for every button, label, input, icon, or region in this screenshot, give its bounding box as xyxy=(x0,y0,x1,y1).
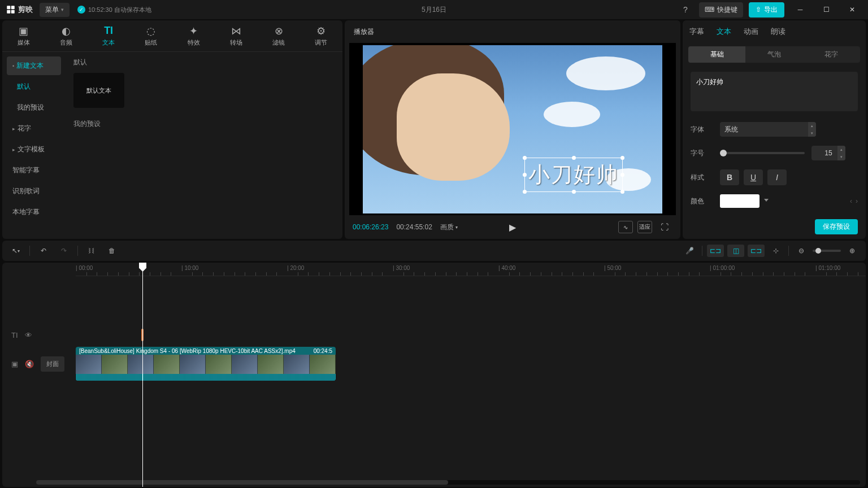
maximize-button[interactable]: ☐ xyxy=(816,2,836,18)
tab-filter[interactable]: ⊗滤镜 xyxy=(258,20,300,51)
effect-icon: ✦ xyxy=(189,25,198,37)
timeline[interactable]: | 00:00| 10:00| 20:00| 30:00| 40:00| 50:… xyxy=(2,263,866,487)
bold-button[interactable]: B xyxy=(720,169,739,185)
subtab-bubble[interactable]: 气泡 xyxy=(745,46,802,63)
export-button[interactable]: ⇧ 导出 xyxy=(749,2,784,18)
text-track: TI 👁 xyxy=(2,327,866,343)
sticker-icon: ◌ xyxy=(146,25,155,37)
text-icon: TI xyxy=(104,25,113,37)
timecode-current: 00:06:26:23 xyxy=(353,223,388,231)
player-panel: 播放器 小刀好帅 xyxy=(345,20,680,239)
fullscreen-icon[interactable]: ⛶ xyxy=(657,219,672,235)
video-clip[interactable]: [BeanSub&LoliHouse] Kingdom S4 - 06 [Web… xyxy=(76,347,336,381)
autosave-status: ✓ 10:52:30 自动保存本地 xyxy=(77,6,151,14)
sidebar-local-sub[interactable]: 本地字幕 xyxy=(7,203,61,221)
app-logo: 剪映 xyxy=(6,5,33,15)
magnet-2[interactable]: ◫ xyxy=(727,245,744,257)
select-tool[interactable]: ↖▾ xyxy=(8,243,24,259)
time-ruler[interactable]: | 00:00| 10:00| 20:00| 30:00| 40:00| 50:… xyxy=(76,263,866,276)
tab-audio[interactable]: ◐音频 xyxy=(45,20,87,51)
delete-button[interactable]: 🗑 xyxy=(104,243,120,259)
transition-icon: ⋈ xyxy=(231,25,241,37)
subtab-fancy[interactable]: 花字 xyxy=(803,46,860,63)
font-down[interactable]: ▾ xyxy=(808,129,816,137)
sidebar-template[interactable]: ▸文字模板 xyxy=(7,140,61,159)
size-up[interactable]: ▴ xyxy=(837,146,845,153)
mute-icon[interactable]: 🔇 xyxy=(25,360,34,368)
text-presets-area: 默认 默认文本 我的预设 xyxy=(66,52,342,239)
subtab-basic[interactable]: 基础 xyxy=(688,46,745,63)
redo-button[interactable]: ↷ xyxy=(56,243,72,259)
preview-viewport[interactable]: 小刀好帅 xyxy=(349,43,676,215)
zoom-slider[interactable] xyxy=(813,250,841,252)
tab-animation[interactable]: 动画 xyxy=(744,27,758,37)
mic-icon[interactable]: 🎤 xyxy=(682,243,697,259)
timecode-total: 00:24:55:02 xyxy=(396,223,432,231)
visibility-icon[interactable]: 👁 xyxy=(25,331,32,339)
shortcut-button[interactable]: ⌨ 快捷键 xyxy=(699,2,743,18)
tab-adjust[interactable]: ⚙调节 xyxy=(300,20,342,51)
link-icon[interactable]: ⊹ xyxy=(768,243,784,259)
size-input[interactable]: 15 ▴▾ xyxy=(811,146,845,160)
help-icon[interactable]: ? xyxy=(678,2,693,18)
project-title: 5月16日 xyxy=(422,5,446,15)
italic-button[interactable]: I xyxy=(767,169,787,185)
check-icon: ✓ xyxy=(77,6,85,14)
size-slider[interactable] xyxy=(720,152,805,154)
sidebar-fancy[interactable]: ▸花字 xyxy=(7,119,61,138)
svg-rect-0 xyxy=(7,6,10,9)
label-size: 字号 xyxy=(691,149,713,158)
close-button[interactable]: ✕ xyxy=(842,2,862,18)
zoom-in[interactable]: ⊕ xyxy=(844,243,860,259)
sidebar-default[interactable]: 默认 xyxy=(7,77,61,96)
fit-button[interactable]: 适应 xyxy=(637,221,652,233)
prev-icon[interactable]: ‹ xyxy=(850,197,852,205)
timeline-scrollbar[interactable] xyxy=(36,480,860,485)
tab-media[interactable]: ▣媒体 xyxy=(2,20,45,51)
text-track-icon: TI xyxy=(11,331,18,339)
magnet-3[interactable]: ⊏⊐ xyxy=(748,245,765,257)
asset-panel: ▣媒体 ◐音频 TI文本 ◌贴纸 ✦特效 ⋈转场 ⊗滤镜 ⚙调节 •新建文本 默… xyxy=(2,20,342,239)
play-button[interactable]: ▶ xyxy=(509,222,516,233)
section-my-presets: 我的预设 xyxy=(73,119,335,129)
tab-read[interactable]: 朗读 xyxy=(771,27,785,37)
text-overlay-box[interactable]: 小刀好帅 xyxy=(524,158,623,192)
tab-subtitle[interactable]: 字幕 xyxy=(689,27,704,37)
default-text-preset[interactable]: 默认文本 xyxy=(73,73,124,108)
underline-button[interactable]: U xyxy=(744,169,763,185)
menu-button[interactable]: 菜单 ▾ xyxy=(40,3,70,17)
sidebar-lyrics[interactable]: 识别歌词 xyxy=(7,182,61,201)
tab-transition[interactable]: ⋈转场 xyxy=(215,20,257,51)
sidebar-my-presets[interactable]: 我的预设 xyxy=(7,98,61,117)
font-up[interactable]: ▴ xyxy=(808,122,816,129)
playhead[interactable] xyxy=(142,263,143,487)
save-preset-button[interactable]: 保存预设 xyxy=(815,219,858,234)
timeline-toolbar: ↖▾ ↶ ↷ ⧘⧙ 🗑 🎤 ⊏⊐ ◫ ⊏⊐ ⊹ ⊖ ⊕ xyxy=(2,241,866,261)
video-track-icon[interactable]: ▣ xyxy=(11,360,18,368)
player-title: 播放器 xyxy=(345,20,680,43)
next-icon[interactable]: › xyxy=(856,197,858,205)
quality-select[interactable]: 画质▾ xyxy=(440,223,458,232)
zoom-out[interactable]: ⊖ xyxy=(793,243,809,259)
split-button[interactable]: ⧘⧙ xyxy=(84,243,99,259)
title-bar: 剪映 菜单 ▾ ✓ 10:52:30 自动保存本地 5月16日 ? ⌨ 快捷键 … xyxy=(0,0,868,19)
tab-text-prop[interactable]: 文本 xyxy=(717,27,731,37)
tab-sticker[interactable]: ◌贴纸 xyxy=(130,20,172,51)
label-font: 字体 xyxy=(691,125,713,134)
tab-effect[interactable]: ✦特效 xyxy=(172,20,215,51)
cover-button[interactable]: 封面 xyxy=(41,356,64,372)
text-content-input[interactable] xyxy=(691,72,858,111)
sidebar-smart-sub[interactable]: 智能字幕 xyxy=(7,161,61,180)
waveform-icon[interactable]: ∿ xyxy=(618,221,633,233)
tab-text[interactable]: TI文本 xyxy=(88,20,130,51)
minimize-button[interactable]: ─ xyxy=(790,2,810,18)
keyboard-icon: ⌨ xyxy=(705,6,714,14)
undo-button[interactable]: ↶ xyxy=(36,243,51,259)
font-select[interactable]: 系统 ▴▾ xyxy=(720,122,816,137)
sidebar-new-text[interactable]: •新建文本 xyxy=(7,56,61,75)
size-down[interactable]: ▾ xyxy=(837,153,845,160)
svg-rect-2 xyxy=(7,10,10,14)
magnet-1[interactable]: ⊏⊐ xyxy=(707,245,724,257)
text-sidebar: •新建文本 默认 我的预设 ▸花字 ▸文字模板 智能字幕 识别歌词 本地字幕 xyxy=(2,52,66,239)
color-picker[interactable] xyxy=(720,194,760,208)
